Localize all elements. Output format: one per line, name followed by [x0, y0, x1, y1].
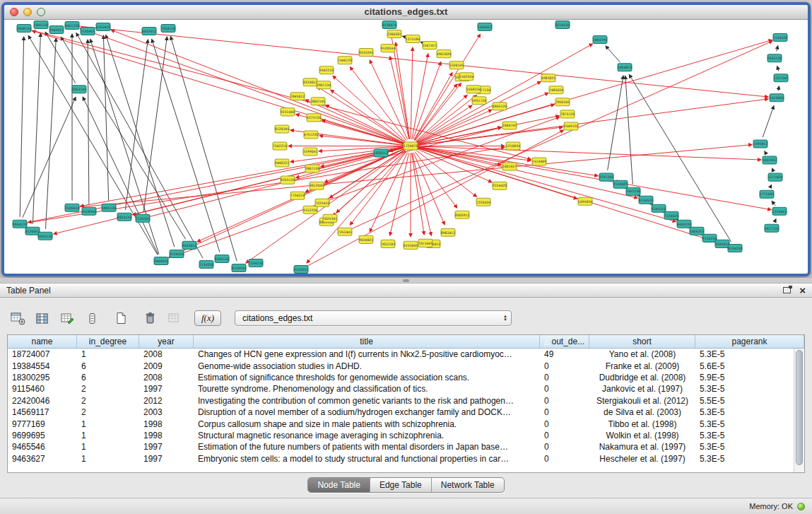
graph-node[interactable]: 7245013	[478, 23, 493, 31]
citation-edge-black[interactable]	[170, 37, 237, 262]
graph-node[interactable]: 7554120	[161, 25, 176, 33]
graph-node[interactable]: 4751230	[304, 131, 319, 139]
citation-edge-red[interactable]	[27, 147, 505, 223]
table-row[interactable]: 946362711997Embryonic stem cells: a mode…	[8, 453, 804, 465]
graph-node[interactable]: 8214530	[555, 21, 570, 29]
graph-node[interactable]: 7734210	[290, 192, 305, 199]
column-header-title[interactable]: title	[194, 335, 540, 348]
graph-node[interactable]: 9446221	[275, 159, 290, 167]
graph-node[interactable]: 9134520	[170, 250, 184, 257]
citation-edge-black[interactable]	[777, 46, 778, 52]
graph-node[interactable]: 2867130	[305, 165, 320, 173]
graph-node[interactable]: 7120453	[81, 28, 95, 35]
new-column-icon[interactable]	[112, 310, 130, 327]
graph-node[interactable]: 9245130	[215, 255, 230, 262]
column-header-in-degree[interactable]: in_degree	[77, 335, 139, 348]
table-row[interactable]: 1830029562008Estimation of significance …	[8, 372, 804, 383]
graph-node[interactable]: 2058134	[17, 25, 32, 33]
graph-node[interactable]: 5547411	[423, 42, 437, 49]
graph-node[interactable]: 9245310	[652, 204, 666, 212]
citation-edge-black[interactable]	[765, 151, 766, 154]
column-header-out-de-[interactable]: △out_de...	[540, 335, 589, 348]
graph-node[interactable]: 8533245	[359, 49, 374, 57]
close-panel-icon[interactable]: ×	[799, 285, 806, 296]
graph-node[interactable]: 5558234	[466, 86, 481, 93]
graph-node[interactable]: 2526034	[65, 204, 80, 211]
citation-edge-black[interactable]	[33, 33, 40, 224]
graph-node[interactable]: 8134520	[639, 196, 654, 204]
table-row[interactable]: 911546021997Tourette syndrome. Phenomeno…	[8, 383, 804, 395]
graph-node[interactable]: 1095834	[578, 197, 593, 205]
citation-edge-red[interactable]	[418, 99, 768, 145]
graph-node[interactable]: 1602453	[763, 156, 777, 164]
citation-edge-red[interactable]	[81, 147, 404, 206]
graph-node[interactable]: 1601627	[502, 163, 517, 170]
close-window-button[interactable]	[10, 8, 18, 16]
graph-node[interactable]: 3802145	[311, 98, 326, 105]
citation-edge-black[interactable]	[608, 76, 623, 170]
graph-node[interactable]: 1514469	[532, 158, 547, 165]
citation-edge-black[interactable]	[23, 97, 76, 217]
graph-node[interactable]: 1830212	[374, 149, 389, 157]
graph-node[interactable]: 7452130	[626, 187, 641, 195]
column-header-short[interactable]: short	[589, 335, 695, 348]
graph-node[interactable]: 1604742	[502, 122, 517, 129]
citation-edge-red[interactable]	[415, 152, 457, 209]
graph-node[interactable]: 7875120	[560, 110, 575, 118]
edit-table-icon[interactable]	[58, 310, 76, 327]
graph-node[interactable]: 9154420	[493, 182, 507, 189]
citation-edge-red[interactable]	[418, 147, 771, 209]
graph-node[interactable]: 6253410	[96, 23, 111, 31]
network-canvas[interactable]: 1724076924501281530457652103903482172534…	[4, 20, 808, 274]
citation-edge-black[interactable]	[152, 39, 220, 252]
citation-edge-black[interactable]	[46, 38, 57, 229]
citation-edge-red[interactable]	[336, 151, 406, 213]
graph-node[interactable]: 2260581	[387, 30, 402, 38]
graph-node[interactable]: 8153045	[404, 241, 418, 249]
graph-node[interactable]: 9152230	[303, 206, 318, 214]
graph-node[interactable]: 7542210	[273, 142, 288, 150]
graph-node[interactable]: 1604253	[690, 227, 705, 235]
graph-node[interactable]: 8054124	[117, 213, 132, 221]
table-row[interactable]: 1456911722003Disruption of a novel membe…	[8, 407, 804, 418]
citation-edge-black[interactable]	[770, 185, 772, 187]
table-row[interactable]: 969969511998Structural magnetic resonanc…	[8, 430, 804, 441]
graph-node[interactable]: 7220434	[476, 198, 491, 206]
citation-edge-black[interactable]	[45, 32, 76, 83]
citation-edge-black[interactable]	[772, 201, 775, 205]
graph-node[interactable]: 2053145	[72, 86, 87, 93]
graph-node[interactable]: 1275184	[406, 35, 420, 43]
graph-node[interactable]: 1227345	[774, 74, 789, 82]
graph-node[interactable]: 9455130	[38, 232, 53, 240]
graph-node[interactable]: 7234150	[249, 259, 264, 267]
column-header-year[interactable]: year	[139, 335, 194, 348]
citation-edge-black[interactable]	[606, 46, 620, 62]
graph-node[interactable]: 4961820	[437, 50, 452, 58]
graph-node[interactable]: 7120345	[136, 214, 151, 222]
graph-node[interactable]: 7134250	[199, 260, 214, 268]
graph-node[interactable]: 7485034	[549, 86, 564, 94]
graph-node[interactable]: 9134025	[613, 180, 628, 188]
graph-node[interactable]: 8224015	[303, 78, 318, 86]
show-columns-icon[interactable]	[33, 310, 52, 327]
panel-splitter[interactable]	[0, 278, 812, 283]
citation-edge-black[interactable]	[103, 35, 108, 201]
graph-node[interactable]: 9342011	[49, 26, 64, 34]
graph-node[interactable]: 8453012	[182, 241, 197, 249]
column-header-pagerank[interactable]: pagerank	[695, 335, 804, 348]
zoom-window-button[interactable]	[37, 8, 45, 16]
citation-edge-red[interactable]	[415, 83, 461, 141]
graph-node[interactable]: 7446120	[338, 57, 353, 64]
graph-node[interactable]: 7253441	[338, 228, 353, 235]
function-builder-button[interactable]: f(x)	[194, 310, 221, 326]
citation-edge-black[interactable]	[772, 168, 773, 170]
citation-edge-red[interactable]	[317, 87, 404, 142]
citation-edge-black[interactable]	[143, 37, 167, 211]
citation-edge-black[interactable]	[61, 37, 185, 239]
citation-edge-red[interactable]	[413, 153, 445, 225]
tab-network-table[interactable]: Network Table	[432, 478, 504, 492]
delete-column-icon[interactable]	[141, 310, 159, 327]
citation-edge-black[interactable]	[778, 86, 779, 91]
graph-node[interactable]: 4275120	[307, 114, 322, 122]
graph-node[interactable]: 8120345	[275, 125, 290, 133]
